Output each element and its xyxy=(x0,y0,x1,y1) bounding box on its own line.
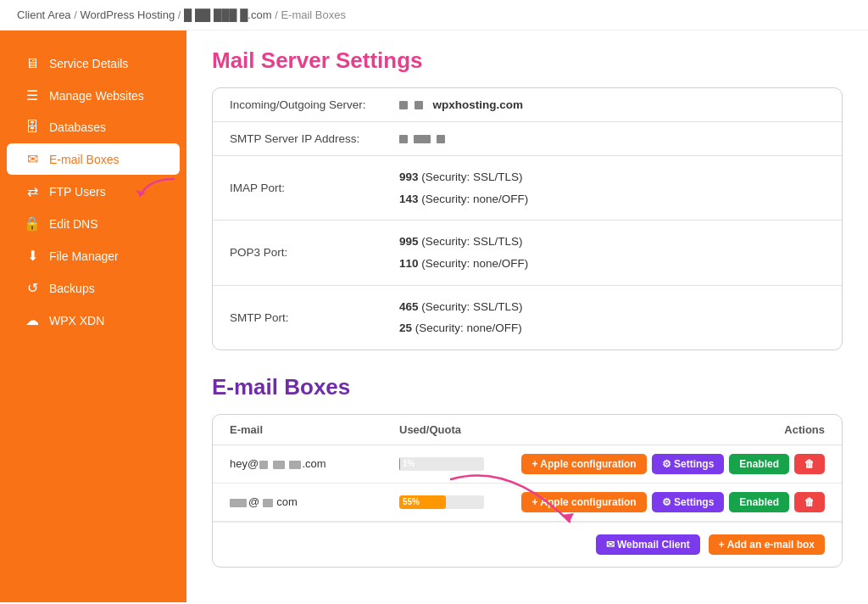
email-table-header: E-mail Used/Quota Actions xyxy=(213,415,842,445)
settings-value-server: wpxhosting.com xyxy=(399,98,523,111)
quota-bar-1 xyxy=(399,457,400,471)
settings-value-smtp-ip xyxy=(399,132,445,145)
header-actions: Actions xyxy=(509,423,825,436)
mail-server-title: Mail Server Settings xyxy=(212,48,843,74)
sidebar-label-service-details: Service Details xyxy=(49,57,128,70)
add-email-box-btn[interactable]: + Add an e-mail box xyxy=(709,534,825,555)
sidebar-label-wpx-xdn: WPX XDN xyxy=(49,314,104,327)
breadcrumb-domain[interactable]: █ ██ ███ █.com xyxy=(184,8,271,21)
email-address-2: @com xyxy=(230,495,399,508)
settings-label-imap: IMAP Port: xyxy=(230,182,399,194)
header-email: E-mail xyxy=(230,423,399,436)
actions-cell-1: + Apple configuration ⚙ Settings Enabled… xyxy=(509,454,825,474)
sidebar-label-file-manager: File Manager xyxy=(49,249,119,263)
email-table-footer: ✉ Webmail Client + Add an e-mail box xyxy=(213,522,842,567)
settings-value-pop3: 995 (Security: SSL/TLS) 110 (Security: n… xyxy=(399,231,528,274)
sidebar-label-ftp-users: FTP Users xyxy=(49,185,106,199)
sidebar-label-edit-dns: Edit DNS xyxy=(49,217,98,231)
settings-label-smtp-ip: SMTP Server IP Address: xyxy=(230,132,399,145)
actions-cell-2: + Apple configuration ⚙ Settings Enabled… xyxy=(509,492,825,512)
breadcrumb-client-area[interactable]: Client Area xyxy=(17,8,71,21)
email-row-1: hey@ .com 1% + Apple configuration ⚙ Set… xyxy=(213,445,842,484)
sidebar-label-manage-websites: Manage Websites xyxy=(49,89,144,103)
sidebar: 🖥 Service Details ☰ Manage Websites 🗄 Da… xyxy=(0,31,186,602)
sidebar-item-backups[interactable]: ↺ Backups xyxy=(7,272,180,304)
email-row-2: @com 55% + Apple configuration ⚙ Setting… xyxy=(213,484,842,522)
email-icon: ✉ xyxy=(24,151,41,167)
enabled-btn-1[interactable]: Enabled xyxy=(729,454,789,474)
enabled-btn-2[interactable]: Enabled xyxy=(729,492,789,512)
sidebar-label-databases: Databases xyxy=(49,120,106,134)
email-boxes-title: E-mail Boxes xyxy=(212,374,843,400)
download-icon: ⬇ xyxy=(24,248,41,264)
email-table-footer-container: ✉ Webmail Client + Add an e-mail box xyxy=(213,522,842,567)
mail-server-settings-card: Incoming/Outgoing Server: wpxhosting.com… xyxy=(212,87,843,350)
settings-row-smtp-ip: SMTP Server IP Address: xyxy=(213,122,842,156)
webmail-client-btn[interactable]: ✉ Webmail Client xyxy=(596,534,700,555)
backup-icon: ↺ xyxy=(24,280,41,296)
sidebar-item-wpx-xdn[interactable]: ☁ WPX XDN xyxy=(7,305,180,336)
settings-btn-1[interactable]: ⚙ Settings xyxy=(652,454,725,474)
sidebar-label-email-boxes: E-mail Boxes xyxy=(49,153,119,166)
sidebar-nav: 🖥 Service Details ☰ Manage Websites 🗄 Da… xyxy=(0,31,186,354)
sidebar-item-ftp-users[interactable]: ⇄ FTP Users xyxy=(7,176,180,207)
breadcrumb-current: E-mail Boxes xyxy=(281,8,346,21)
header-quota: Used/Quota xyxy=(399,423,509,436)
apple-config-btn-1[interactable]: + Apple configuration xyxy=(521,454,646,474)
quota-label-2: 55% xyxy=(403,495,420,509)
sidebar-label-backups: Backups xyxy=(49,282,95,295)
settings-row-smtp-port: SMTP Port: 465 (Security: SSL/TLS) 25 (S… xyxy=(213,286,842,350)
ftp-icon: ⇄ xyxy=(24,183,41,199)
cloud-icon: ☁ xyxy=(24,312,41,328)
breadcrumb-wordpress-hosting[interactable]: WordPress Hosting xyxy=(80,8,175,21)
sidebar-item-edit-dns[interactable]: 🔒 Edit DNS xyxy=(7,208,180,239)
settings-label-smtp-port: SMTP Port: xyxy=(230,311,399,324)
settings-label-server: Incoming/Outgoing Server: xyxy=(230,98,399,111)
settings-row-imap: IMAP Port: 993 (Security: SSL/TLS) 143 (… xyxy=(213,156,842,221)
breadcrumb: Client Area / WordPress Hosting / █ ██ █… xyxy=(0,0,868,31)
email-boxes-table: E-mail Used/Quota Actions hey@ .com 1% xyxy=(212,414,843,568)
settings-btn-2[interactable]: ⚙ Settings xyxy=(652,492,725,512)
settings-row-pop3: POP3 Port: 995 (Security: SSL/TLS) 110 (… xyxy=(213,221,842,285)
apple-config-btn-2[interactable]: + Apple configuration xyxy=(521,492,646,512)
quota-cell-1: 1% xyxy=(399,457,509,471)
grid-icon: ☰ xyxy=(24,87,41,103)
main-content: Mail Server Settings Incoming/Outgoing S… xyxy=(186,31,868,602)
monitor-icon: 🖥 xyxy=(24,56,41,71)
quota-label-1: 1% xyxy=(403,457,415,471)
sidebar-item-manage-websites[interactable]: ☰ Manage Websites xyxy=(7,80,180,111)
sidebar-item-databases[interactable]: 🗄 Databases xyxy=(7,112,180,143)
database-icon: 🗄 xyxy=(24,120,41,135)
delete-btn-2[interactable]: 🗑 xyxy=(794,492,825,512)
settings-row-server: Incoming/Outgoing Server: wpxhosting.com xyxy=(213,88,842,122)
settings-label-pop3: POP3 Port: xyxy=(230,246,399,259)
sidebar-item-email-boxes[interactable]: ✉ E-mail Boxes xyxy=(7,143,180,175)
settings-value-imap: 993 (Security: SSL/TLS) 143 (Security: n… xyxy=(399,166,528,210)
quota-cell-2: 55% xyxy=(399,495,509,509)
sidebar-item-file-manager[interactable]: ⬇ File Manager xyxy=(7,240,180,271)
lock-icon: 🔒 xyxy=(24,215,41,232)
email-address-1: hey@ .com xyxy=(230,457,399,470)
sidebar-item-service-details[interactable]: 🖥 Service Details xyxy=(7,48,180,79)
delete-btn-1[interactable]: 🗑 xyxy=(794,454,825,474)
settings-value-smtp-port: 465 (Security: SSL/TLS) 25 (Security: no… xyxy=(399,296,523,339)
